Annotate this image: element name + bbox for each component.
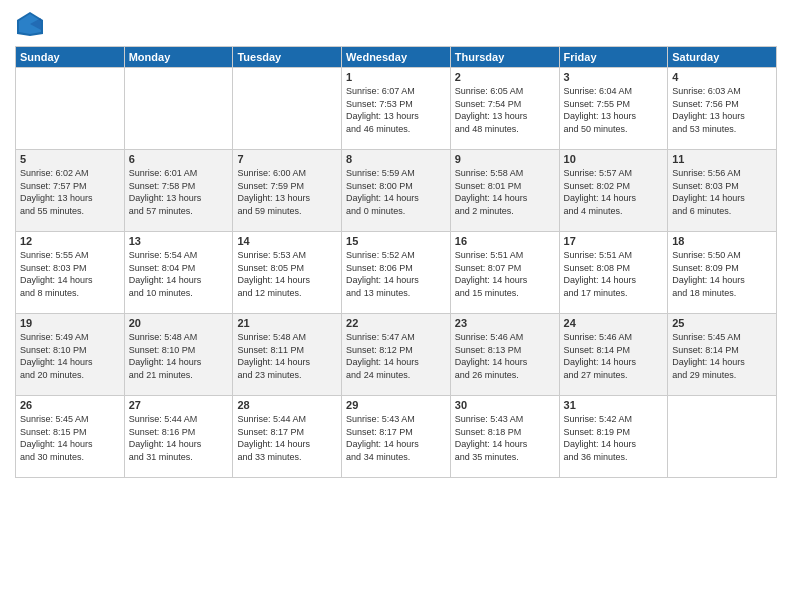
logo (15, 10, 49, 38)
calendar-cell: 10Sunrise: 5:57 AM Sunset: 8:02 PM Dayli… (559, 150, 668, 232)
weekday-header-monday: Monday (124, 47, 233, 68)
day-info: Sunrise: 5:59 AM Sunset: 8:00 PM Dayligh… (346, 167, 446, 217)
day-info: Sunrise: 5:45 AM Sunset: 8:15 PM Dayligh… (20, 413, 120, 463)
day-info: Sunrise: 6:04 AM Sunset: 7:55 PM Dayligh… (564, 85, 664, 135)
day-number: 7 (237, 153, 337, 165)
calendar-cell: 29Sunrise: 5:43 AM Sunset: 8:17 PM Dayli… (342, 396, 451, 478)
day-number: 30 (455, 399, 555, 411)
day-info: Sunrise: 6:00 AM Sunset: 7:59 PM Dayligh… (237, 167, 337, 217)
day-number: 15 (346, 235, 446, 247)
day-info: Sunrise: 5:45 AM Sunset: 8:14 PM Dayligh… (672, 331, 772, 381)
day-number: 11 (672, 153, 772, 165)
weekday-header-thursday: Thursday (450, 47, 559, 68)
day-number: 23 (455, 317, 555, 329)
day-info: Sunrise: 5:53 AM Sunset: 8:05 PM Dayligh… (237, 249, 337, 299)
calendar-cell: 28Sunrise: 5:44 AM Sunset: 8:17 PM Dayli… (233, 396, 342, 478)
day-info: Sunrise: 6:01 AM Sunset: 7:58 PM Dayligh… (129, 167, 229, 217)
day-info: Sunrise: 5:52 AM Sunset: 8:06 PM Dayligh… (346, 249, 446, 299)
calendar-row: 26Sunrise: 5:45 AM Sunset: 8:15 PM Dayli… (16, 396, 777, 478)
weekday-header-wednesday: Wednesday (342, 47, 451, 68)
day-number: 2 (455, 71, 555, 83)
calendar-cell: 24Sunrise: 5:46 AM Sunset: 8:14 PM Dayli… (559, 314, 668, 396)
calendar-cell: 31Sunrise: 5:42 AM Sunset: 8:19 PM Dayli… (559, 396, 668, 478)
day-info: Sunrise: 5:51 AM Sunset: 8:08 PM Dayligh… (564, 249, 664, 299)
day-info: Sunrise: 5:54 AM Sunset: 8:04 PM Dayligh… (129, 249, 229, 299)
day-number: 22 (346, 317, 446, 329)
calendar-cell: 16Sunrise: 5:51 AM Sunset: 8:07 PM Dayli… (450, 232, 559, 314)
day-info: Sunrise: 5:55 AM Sunset: 8:03 PM Dayligh… (20, 249, 120, 299)
calendar-cell: 27Sunrise: 5:44 AM Sunset: 8:16 PM Dayli… (124, 396, 233, 478)
calendar-row: 1Sunrise: 6:07 AM Sunset: 7:53 PM Daylig… (16, 68, 777, 150)
calendar-row: 19Sunrise: 5:49 AM Sunset: 8:10 PM Dayli… (16, 314, 777, 396)
day-number: 5 (20, 153, 120, 165)
weekday-header-tuesday: Tuesday (233, 47, 342, 68)
day-number: 17 (564, 235, 664, 247)
day-number: 26 (20, 399, 120, 411)
day-number: 3 (564, 71, 664, 83)
day-info: Sunrise: 5:56 AM Sunset: 8:03 PM Dayligh… (672, 167, 772, 217)
calendar-cell: 15Sunrise: 5:52 AM Sunset: 8:06 PM Dayli… (342, 232, 451, 314)
day-info: Sunrise: 6:03 AM Sunset: 7:56 PM Dayligh… (672, 85, 772, 135)
day-info: Sunrise: 5:44 AM Sunset: 8:17 PM Dayligh… (237, 413, 337, 463)
calendar-row: 12Sunrise: 5:55 AM Sunset: 8:03 PM Dayli… (16, 232, 777, 314)
day-info: Sunrise: 6:07 AM Sunset: 7:53 PM Dayligh… (346, 85, 446, 135)
calendar-cell: 12Sunrise: 5:55 AM Sunset: 8:03 PM Dayli… (16, 232, 125, 314)
calendar-cell (16, 68, 125, 150)
day-info: Sunrise: 5:50 AM Sunset: 8:09 PM Dayligh… (672, 249, 772, 299)
day-number: 31 (564, 399, 664, 411)
calendar-cell: 18Sunrise: 5:50 AM Sunset: 8:09 PM Dayli… (668, 232, 777, 314)
day-info: Sunrise: 5:49 AM Sunset: 8:10 PM Dayligh… (20, 331, 120, 381)
weekday-header-row: SundayMondayTuesdayWednesdayThursdayFrid… (16, 47, 777, 68)
day-info: Sunrise: 5:46 AM Sunset: 8:14 PM Dayligh… (564, 331, 664, 381)
calendar-cell: 6Sunrise: 6:01 AM Sunset: 7:58 PM Daylig… (124, 150, 233, 232)
day-info: Sunrise: 5:48 AM Sunset: 8:11 PM Dayligh… (237, 331, 337, 381)
day-number: 14 (237, 235, 337, 247)
day-number: 13 (129, 235, 229, 247)
calendar-cell: 22Sunrise: 5:47 AM Sunset: 8:12 PM Dayli… (342, 314, 451, 396)
calendar-cell: 11Sunrise: 5:56 AM Sunset: 8:03 PM Dayli… (668, 150, 777, 232)
day-number: 19 (20, 317, 120, 329)
calendar-cell: 7Sunrise: 6:00 AM Sunset: 7:59 PM Daylig… (233, 150, 342, 232)
calendar-row: 5Sunrise: 6:02 AM Sunset: 7:57 PM Daylig… (16, 150, 777, 232)
calendar-cell: 17Sunrise: 5:51 AM Sunset: 8:08 PM Dayli… (559, 232, 668, 314)
day-number: 4 (672, 71, 772, 83)
weekday-header-saturday: Saturday (668, 47, 777, 68)
day-number: 28 (237, 399, 337, 411)
calendar-cell: 21Sunrise: 5:48 AM Sunset: 8:11 PM Dayli… (233, 314, 342, 396)
calendar-cell: 9Sunrise: 5:58 AM Sunset: 8:01 PM Daylig… (450, 150, 559, 232)
day-info: Sunrise: 6:05 AM Sunset: 7:54 PM Dayligh… (455, 85, 555, 135)
calendar-cell: 3Sunrise: 6:04 AM Sunset: 7:55 PM Daylig… (559, 68, 668, 150)
day-info: Sunrise: 5:51 AM Sunset: 8:07 PM Dayligh… (455, 249, 555, 299)
day-number: 27 (129, 399, 229, 411)
day-info: Sunrise: 5:57 AM Sunset: 8:02 PM Dayligh… (564, 167, 664, 217)
calendar-cell (668, 396, 777, 478)
day-info: Sunrise: 5:48 AM Sunset: 8:10 PM Dayligh… (129, 331, 229, 381)
logo-icon (15, 10, 45, 38)
calendar-cell: 19Sunrise: 5:49 AM Sunset: 8:10 PM Dayli… (16, 314, 125, 396)
day-number: 10 (564, 153, 664, 165)
day-number: 29 (346, 399, 446, 411)
calendar-cell (124, 68, 233, 150)
day-info: Sunrise: 5:43 AM Sunset: 8:18 PM Dayligh… (455, 413, 555, 463)
calendar-cell: 23Sunrise: 5:46 AM Sunset: 8:13 PM Dayli… (450, 314, 559, 396)
calendar-cell: 5Sunrise: 6:02 AM Sunset: 7:57 PM Daylig… (16, 150, 125, 232)
calendar-cell: 20Sunrise: 5:48 AM Sunset: 8:10 PM Dayli… (124, 314, 233, 396)
day-info: Sunrise: 5:44 AM Sunset: 8:16 PM Dayligh… (129, 413, 229, 463)
day-number: 12 (20, 235, 120, 247)
calendar-cell: 4Sunrise: 6:03 AM Sunset: 7:56 PM Daylig… (668, 68, 777, 150)
weekday-header-sunday: Sunday (16, 47, 125, 68)
day-number: 6 (129, 153, 229, 165)
day-number: 1 (346, 71, 446, 83)
day-info: Sunrise: 5:47 AM Sunset: 8:12 PM Dayligh… (346, 331, 446, 381)
day-info: Sunrise: 6:02 AM Sunset: 7:57 PM Dayligh… (20, 167, 120, 217)
page-header (15, 10, 777, 38)
day-info: Sunrise: 5:58 AM Sunset: 8:01 PM Dayligh… (455, 167, 555, 217)
day-number: 9 (455, 153, 555, 165)
day-number: 20 (129, 317, 229, 329)
weekday-header-friday: Friday (559, 47, 668, 68)
calendar-cell: 30Sunrise: 5:43 AM Sunset: 8:18 PM Dayli… (450, 396, 559, 478)
calendar-cell: 13Sunrise: 5:54 AM Sunset: 8:04 PM Dayli… (124, 232, 233, 314)
calendar-table: SundayMondayTuesdayWednesdayThursdayFrid… (15, 46, 777, 478)
day-number: 24 (564, 317, 664, 329)
calendar-cell: 14Sunrise: 5:53 AM Sunset: 8:05 PM Dayli… (233, 232, 342, 314)
